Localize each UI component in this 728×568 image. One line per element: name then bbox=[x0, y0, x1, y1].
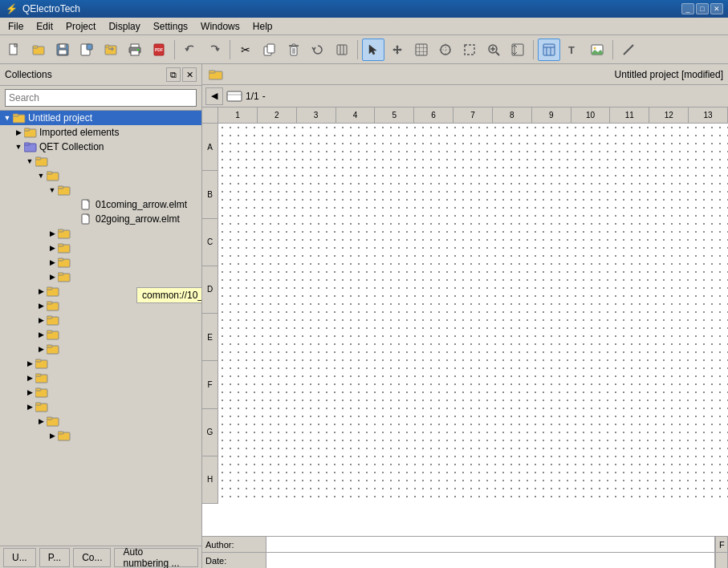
cut-button[interactable]: ✂ bbox=[234, 39, 257, 61]
tab-co[interactable]: Co... bbox=[73, 548, 111, 567]
tree-item-extra-1[interactable]: ▶ bbox=[0, 241, 201, 255]
tree-arrow-extra-14[interactable]: ▶ bbox=[47, 429, 58, 442]
tree-item-l4[interactable]: ▼ bbox=[0, 183, 201, 197]
tree-item-qet[interactable]: ▼ QET Collection bbox=[0, 140, 201, 154]
line-button[interactable] bbox=[617, 39, 640, 61]
col-header-cell: 4 bbox=[336, 108, 376, 123]
tree-item-extra-4[interactable]: ▶ bbox=[0, 284, 201, 298]
tree-arrow-imported[interactable]: ▶ bbox=[13, 126, 24, 139]
col-header-cell: 5 bbox=[375, 108, 414, 123]
open-button[interactable] bbox=[100, 39, 122, 61]
tree-item-untitled-project[interactable]: ▼ Untitled project bbox=[0, 111, 201, 125]
tree-item-extra-3[interactable]: ▶ bbox=[0, 270, 201, 284]
editor-folder-icon[interactable] bbox=[207, 69, 225, 80]
project-icon bbox=[13, 112, 26, 124]
tree-arrow-extra-7[interactable]: ▶ bbox=[35, 328, 47, 341]
tree-item-l2[interactable]: ▼ bbox=[0, 154, 201, 168]
tree-item-extra-14[interactable]: ▶ bbox=[0, 428, 201, 443]
collections-close-button[interactable]: ✕ bbox=[182, 67, 197, 82]
canvas-wrapper[interactable]: 12345678910111213 ABCDEFGH bbox=[202, 108, 728, 536]
menu-file[interactable]: File bbox=[2, 19, 30, 34]
tree-item-extra-0[interactable]: ▶ bbox=[0, 226, 201, 241]
table-button[interactable] bbox=[538, 39, 560, 61]
open-project-button[interactable] bbox=[27, 39, 50, 61]
tree-item-extra-6[interactable]: ▶ bbox=[0, 313, 201, 327]
tree-arrow-extra-2[interactable]: ▶ bbox=[47, 256, 58, 269]
tree-item-extra-7[interactable]: ▶ bbox=[0, 327, 201, 342]
tree-item-extra-12[interactable]: ▶ bbox=[0, 400, 201, 414]
grid-button[interactable] bbox=[410, 39, 433, 61]
menu-project[interactable]: Project bbox=[59, 19, 102, 34]
tree-area[interactable]: ▼ Untitled project ▶ Imported elements ▼ bbox=[0, 111, 201, 546]
tree-item-file2[interactable]: ▶ 02going_arrow.elmt bbox=[0, 212, 201, 226]
undo-button[interactable] bbox=[179, 39, 201, 61]
tree-arrow-extra-6[interactable]: ▶ bbox=[35, 314, 47, 327]
editor-topbar: Untitled project [modified] bbox=[202, 64, 728, 85]
menu-settings[interactable]: Settings bbox=[147, 19, 194, 34]
tree-arrow-extra-9[interactable]: ▶ bbox=[24, 357, 35, 370]
tree-arrow-untitled[interactable]: ▼ bbox=[2, 112, 13, 124]
search-input[interactable] bbox=[5, 89, 197, 107]
tree-arrow-extra-0[interactable]: ▶ bbox=[47, 227, 58, 240]
tree-item-extra-8[interactable]: ▶ bbox=[0, 342, 201, 356]
image-button[interactable] bbox=[586, 39, 608, 61]
tree-arrow-extra-3[interactable]: ▶ bbox=[47, 270, 58, 283]
tree-arrow-extra-4[interactable]: ▶ bbox=[35, 285, 47, 298]
menu-display[interactable]: Display bbox=[102, 19, 146, 34]
rotate-button[interactable] bbox=[307, 39, 329, 61]
svg-rect-71 bbox=[58, 258, 63, 261]
nav-back-button[interactable]: ◀ bbox=[205, 87, 223, 105]
column-headers: 12345678910111213 bbox=[218, 108, 728, 124]
tree-item-extra-13[interactable]: ▶ bbox=[0, 414, 201, 428]
circle-button[interactable] bbox=[434, 39, 457, 61]
tree-arrow-qet[interactable]: ▼ bbox=[13, 140, 24, 153]
close-button[interactable]: ✕ bbox=[710, 3, 723, 14]
redo-button[interactable] bbox=[203, 39, 226, 61]
tree-arrow-extra-8[interactable]: ▶ bbox=[35, 343, 47, 355]
tree-item-extra-11[interactable]: ▶ bbox=[0, 385, 201, 400]
maximize-button[interactable]: □ bbox=[696, 3, 709, 14]
zoom-fit-button[interactable] bbox=[482, 39, 505, 61]
tree-item-extra-9[interactable]: ▶ bbox=[0, 356, 201, 371]
selection-button[interactable] bbox=[458, 39, 481, 61]
menu-edit[interactable]: Edit bbox=[30, 19, 59, 34]
tree-item-imported[interactable]: ▶ Imported elements bbox=[0, 125, 201, 140]
tree-arrow-l3[interactable]: ▼ bbox=[35, 169, 47, 182]
delete-button[interactable] bbox=[283, 39, 305, 61]
move-button[interactable] bbox=[386, 39, 409, 61]
text-button[interactable]: T bbox=[562, 39, 584, 61]
pdf-button[interactable]: PDF bbox=[148, 39, 170, 61]
tree-arrow-l2[interactable]: ▼ bbox=[24, 155, 35, 168]
collections-float-button[interactable]: ⧉ bbox=[166, 67, 181, 82]
svg-rect-44 bbox=[543, 44, 555, 55]
tab-p[interactable]: P... bbox=[39, 548, 70, 567]
tree-arrow-extra-12[interactable]: ▶ bbox=[24, 400, 35, 413]
save-button[interactable] bbox=[51, 39, 74, 61]
minimize-button[interactable]: _ bbox=[681, 3, 694, 14]
svg-rect-37 bbox=[465, 45, 474, 55]
tree-arrow-extra-5[interactable]: ▶ bbox=[35, 299, 47, 312]
tree-item-extra-5[interactable]: ▶ bbox=[0, 298, 201, 313]
print-button[interactable] bbox=[124, 39, 146, 61]
tab-u[interactable]: U... bbox=[3, 548, 36, 567]
folder-icon-extra-3 bbox=[58, 270, 71, 283]
tree-item-extra-2[interactable]: ▶ bbox=[0, 255, 201, 270]
saveas-button[interactable] bbox=[75, 39, 98, 61]
fit-button[interactable] bbox=[506, 39, 529, 61]
tree-arrow-extra-10[interactable]: ▶ bbox=[24, 371, 35, 384]
col-header-cell: 7 bbox=[453, 108, 493, 123]
tree-arrow-extra-11[interactable]: ▶ bbox=[24, 386, 35, 399]
tree-arrow-extra-1[interactable]: ▶ bbox=[47, 241, 58, 254]
tree-arrow-extra-13[interactable]: ▶ bbox=[35, 415, 47, 428]
select-button[interactable] bbox=[362, 39, 384, 61]
tree-item-l3[interactable]: ▼ common://10_electric bbox=[0, 168, 201, 183]
unknown-button[interactable] bbox=[331, 39, 353, 61]
tree-arrow-l4[interactable]: ▼ bbox=[47, 184, 58, 197]
menu-windows[interactable]: Windows bbox=[194, 19, 246, 34]
tab-auto-numbering[interactable]: Auto numbering ... bbox=[114, 548, 198, 567]
tree-item-extra-10[interactable]: ▶ bbox=[0, 371, 201, 385]
menu-help[interactable]: Help bbox=[246, 19, 279, 34]
new-button[interactable] bbox=[3, 39, 26, 61]
tree-item-file1[interactable]: ▶ 01coming_arrow.elmt bbox=[0, 197, 201, 212]
copy-button[interactable] bbox=[258, 39, 281, 61]
